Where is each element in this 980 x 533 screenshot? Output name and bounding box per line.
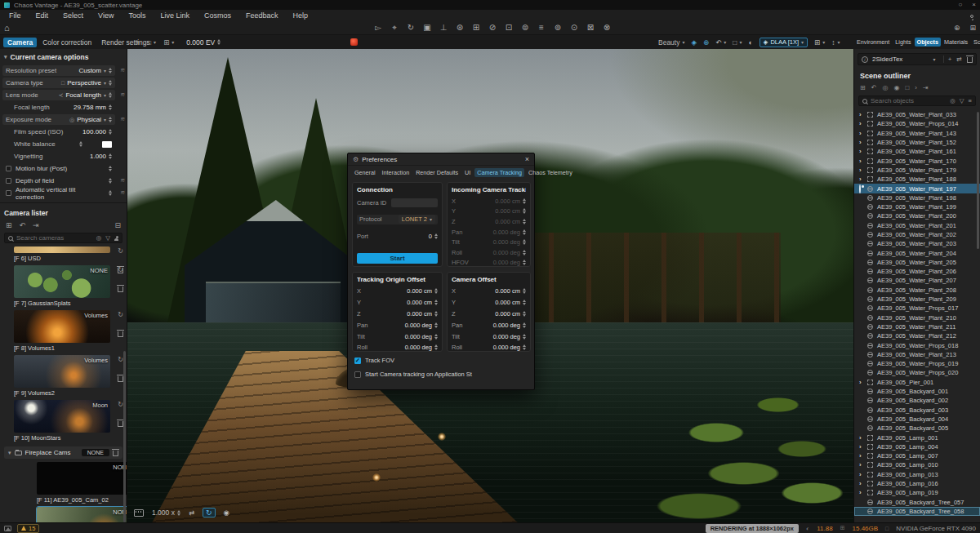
outliner-item[interactable]: › AE39_005_Water_Plant_179	[854, 166, 980, 175]
camera-list-item[interactable]: NONE ↻ [F 11] AE39_005_Cam_02	[37, 462, 127, 504]
outliner-item[interactable]: › AE39_005_Backyard_002	[854, 396, 980, 405]
animation-icon[interactable]	[134, 509, 144, 517]
camera-offset-value[interactable]: 0.000 deg	[493, 344, 526, 351]
delete-camera-icon[interactable]	[118, 331, 123, 337]
outliner-item[interactable]: › AE39_005_Water_Plant_207	[854, 276, 980, 285]
outliner-item[interactable]: › AE39_005_Water_Plant_213	[854, 350, 980, 359]
outliner-item[interactable]: › AE39_005_Lamp_013	[854, 470, 980, 479]
camera-list-item[interactable]: ↻ [F 6] USD	[14, 247, 110, 262]
menu-item[interactable]: View	[91, 11, 121, 20]
camera-option-row[interactable]: Automatic vertical tilt correction ▾ ≋	[2, 188, 115, 198]
expand-chevron-icon[interactable]: ›	[859, 379, 867, 386]
camera-lister-scrollbar[interactable]	[123, 351, 126, 522]
menu-item[interactable]: Edit	[29, 11, 56, 20]
add-camera-icon[interactable]: ⊞	[6, 221, 12, 229]
hand-select-icon[interactable]: ◉	[893, 84, 899, 91]
outliner-item[interactable]: › AE39_005_Backyard_001	[854, 387, 980, 396]
camera-offset-value[interactable]: 0.000 deg	[493, 333, 526, 340]
warning-badge[interactable]: 15	[17, 524, 39, 533]
transform-axis-icon[interactable]: ⊥	[437, 23, 450, 32]
outliner-item[interactable]: › AE39_005_Water_Props_017	[854, 304, 980, 313]
folder-state-badge[interactable]: NONE	[82, 449, 109, 456]
checkbox-checked-icon[interactable]: ✓	[354, 358, 361, 364]
add-plane-icon[interactable]: ⊜	[519, 23, 532, 32]
exposure-value[interactable]: 0.000 EV	[186, 38, 220, 47]
target-icon[interactable]: ◎	[96, 234, 102, 242]
expand-chevron-icon[interactable]: ›	[859, 148, 867, 155]
option-checkbox[interactable]	[6, 178, 11, 184]
checkbox-unchecked-icon[interactable]	[354, 371, 361, 378]
camera-option-row[interactable]: White balance ▾ ≋	[2, 139, 115, 149]
flag-select-icon[interactable]: ⇥	[923, 84, 929, 91]
outliner-item[interactable]: › AE39_005_Water_Props_018	[854, 340, 980, 349]
start-tracking-checkbox[interactable]: Start Camera tracking on Application St	[354, 371, 472, 378]
outliner-item[interactable]: › AE39_005_Water_Plant_170	[854, 156, 980, 165]
folder-chevron-icon[interactable]: ▾	[8, 450, 11, 456]
snapshot-dropdown[interactable]: ↶▾	[715, 38, 726, 47]
outliner-item[interactable]: › AE39_005_Water_Plant_208	[854, 286, 980, 295]
outliner-item[interactable]: › AE39_005_Water_Plant_033	[854, 110, 980, 119]
right-panel-tab[interactable]: Objects	[915, 38, 941, 47]
delete-camera-icon[interactable]	[118, 286, 123, 292]
window-restore-icon[interactable]: ○	[958, 2, 962, 8]
exposure-spinner[interactable]	[217, 39, 220, 45]
orbit-toggle[interactable]: ↻	[203, 508, 216, 517]
outliner-item[interactable]: › AE39_005_Water_Plant_188	[854, 175, 980, 184]
delete-camera-icon[interactable]	[118, 421, 123, 427]
outliner-item[interactable]: › AE39_005_Lamp_010	[854, 460, 980, 469]
dialog-tab[interactable]: Camera Tracking	[474, 168, 524, 177]
list-icon[interactable]: ≡	[969, 97, 972, 104]
outliner-item[interactable]: › AE39_005_Water_Plant_209	[854, 295, 980, 304]
restore-camera-icon[interactable]: ↶	[20, 221, 26, 229]
expand-chevron-icon[interactable]: ›	[859, 111, 867, 118]
slider-dropdown[interactable]: ↕▾	[831, 38, 840, 47]
outliner-item[interactable]: › AE39_005_Backyard_005	[854, 424, 980, 433]
reset-camera-icon[interactable]: ↻	[118, 247, 123, 255]
right-panel-tab[interactable]: Scene states	[971, 38, 980, 47]
add-list-icon[interactable]: ≡	[535, 23, 548, 32]
camera-list-item[interactable]: NONE ↻	[37, 507, 127, 522]
expand-chevron-icon[interactable]: ›	[859, 480, 867, 487]
reset-camera-icon[interactable]: ↻	[118, 356, 123, 363]
outliner-item[interactable]: › AE39_005_Water_Plant_143	[854, 129, 980, 138]
contrast-icon[interactable]: ◐	[748, 38, 752, 47]
dlaa-dropdown[interactable]: ◈DLAA [1X]▾	[760, 38, 808, 47]
camera-options-header[interactable]: ▾ Current camera options	[0, 49, 127, 64]
camera-option-row[interactable]: Lens mode ≺Focal length▾ ≋	[2, 90, 115, 100]
left-panel-tab[interactable]: Color correction	[38, 38, 96, 47]
right-panel-tab[interactable]: Lights	[893, 38, 913, 47]
record-icon[interactable]: ◉	[224, 509, 229, 517]
camera-option-row[interactable]: Motion blur (Post) ▾ ≋	[2, 163, 115, 174]
outliner-item[interactable]: › AE39_005_Lamp_001	[854, 433, 980, 442]
outliner-item[interactable]: › AE39_005_Lamp_019	[854, 488, 980, 497]
dialog-tab[interactable]: General	[352, 168, 378, 177]
option-settings-icon[interactable]: ≋	[120, 91, 125, 98]
outliner-item[interactable]: › AE39_005_Backyard_003	[854, 406, 980, 415]
outliner-item[interactable]: › AE39_005_Water_Plant_210	[854, 313, 980, 322]
camera-option-row[interactable]: Exposure mode ◎Physical▾ ≋	[2, 114, 115, 125]
outliner-item[interactable]: › AE39_005_Water_Plant_212	[854, 331, 980, 340]
expand-chevron-icon[interactable]: ›	[859, 167, 867, 174]
edit-select-icon[interactable]: ⊞	[860, 84, 866, 91]
camera-list-item[interactable]: NONE ↻ [F 7] GaussianSplats	[14, 265, 110, 307]
camera-thumbnail[interactable]: Moon	[14, 400, 110, 433]
camera-folder-row[interactable]: ▾ Fireplace Cams NONE	[4, 446, 122, 459]
snapshot-icon[interactable]	[4, 526, 11, 531]
dialog-title-bar[interactable]: ⚙ Preferences ×	[348, 153, 534, 166]
camera-option-row[interactable]: Focal length 29.758 mm▾ ≋	[2, 102, 115, 113]
outliner-item[interactable]: › AE39_005_Water_Plant_202	[854, 230, 980, 239]
reset-camera-icon[interactable]: ↻	[118, 401, 123, 408]
add-sun-icon[interactable]: ⊙	[568, 23, 581, 32]
menu-item[interactable]: Live Link	[153, 11, 197, 20]
filter-icon[interactable]: ▽	[105, 234, 110, 242]
loop-icon[interactable]: ⇄	[189, 509, 194, 517]
outliner-item[interactable]: › AE39_005_Water_Plant_205	[854, 258, 980, 267]
objects-search[interactable]: Search objects ◎ ▽ ≡	[858, 95, 976, 106]
origin-offset-value[interactable]: 0.000 deg	[405, 333, 438, 340]
camera-id-input[interactable]	[391, 198, 438, 207]
camera-option-row[interactable]: Vignetting 1.000▾ ≋	[2, 151, 115, 162]
menu-item[interactable]: File	[2, 11, 29, 20]
expand-chevron-icon[interactable]: ›	[859, 471, 867, 478]
camera-thumbnail[interactable]: NONE	[37, 507, 127, 522]
expand-chevron-icon[interactable]: ›	[859, 452, 867, 460]
